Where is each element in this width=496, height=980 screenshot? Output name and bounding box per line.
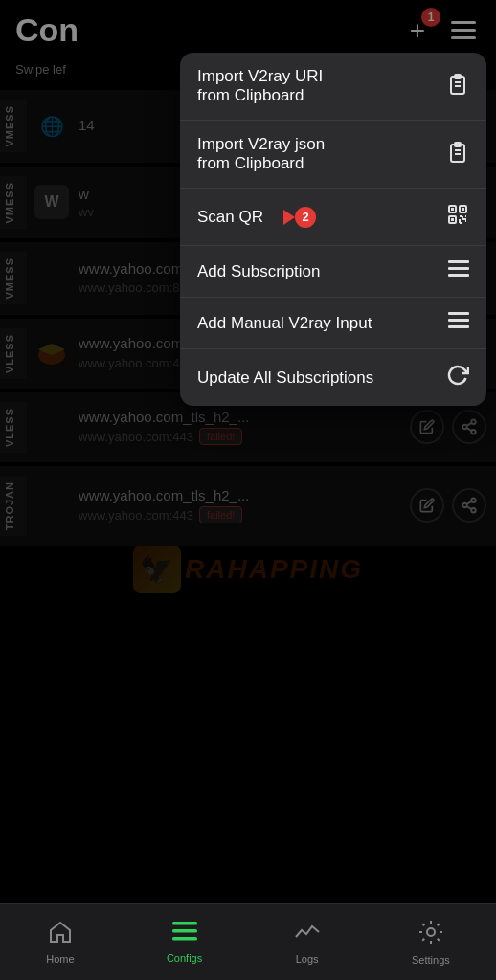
add-subscription-label: Add Subscription bbox=[197, 262, 321, 281]
svg-rect-59 bbox=[448, 274, 469, 277]
qr-icon bbox=[446, 203, 469, 231]
nav-logs[interactable]: Logs bbox=[280, 913, 335, 972]
import-v2ray-json-label: Import V2ray jsonfrom Clipboard bbox=[197, 135, 325, 173]
nav-home[interactable]: Home bbox=[31, 913, 89, 972]
bottom-nav: Home Configs Logs Settings bbox=[0, 903, 496, 980]
update-all-item[interactable]: Update All Subscriptions bbox=[180, 349, 486, 406]
svg-rect-61 bbox=[448, 319, 469, 322]
svg-marker-43 bbox=[283, 210, 295, 225]
svg-rect-49 bbox=[451, 218, 454, 221]
badge-2: 2 bbox=[295, 207, 316, 228]
svg-rect-60 bbox=[448, 312, 469, 315]
configs-icon bbox=[172, 922, 197, 948]
nav-logs-label: Logs bbox=[296, 953, 319, 965]
nav-configs-label: Configs bbox=[167, 952, 202, 964]
svg-point-66 bbox=[427, 928, 435, 936]
list-icon bbox=[448, 260, 469, 282]
svg-rect-64 bbox=[172, 929, 197, 933]
svg-rect-57 bbox=[448, 260, 469, 263]
svg-rect-48 bbox=[462, 208, 464, 211]
nav-settings[interactable]: Settings bbox=[396, 912, 465, 973]
scan-qr-item[interactable]: Scan QR 2 bbox=[180, 189, 486, 246]
list2-icon bbox=[448, 312, 469, 334]
svg-rect-63 bbox=[172, 922, 197, 925]
refresh-icon bbox=[446, 364, 469, 391]
import-v2ray-uri-item[interactable]: Import V2ray URIfrom Clipboard bbox=[180, 53, 486, 121]
settings-icon bbox=[418, 920, 443, 950]
update-all-label: Update All Subscriptions bbox=[197, 368, 373, 388]
svg-rect-58 bbox=[448, 267, 469, 270]
clipboard2-icon bbox=[446, 141, 469, 168]
import-v2ray-uri-label: Import V2ray URIfrom Clipboard bbox=[197, 67, 323, 105]
nav-home-label: Home bbox=[46, 953, 74, 965]
clipboard-icon bbox=[446, 73, 469, 100]
svg-rect-65 bbox=[172, 937, 197, 941]
nav-configs[interactable]: Configs bbox=[151, 914, 217, 971]
arrow-icon bbox=[276, 210, 295, 225]
scan-qr-label: Scan QR bbox=[197, 208, 263, 227]
dropdown-menu: Import V2ray URIfrom Clipboard Import V2… bbox=[180, 53, 486, 406]
import-v2ray-json-item[interactable]: Import V2ray jsonfrom Clipboard bbox=[180, 121, 486, 189]
add-subscription-item[interactable]: Add Subscription bbox=[180, 246, 486, 298]
logs-icon bbox=[295, 921, 320, 949]
add-manual-item[interactable]: Add Manual V2ray Input bbox=[180, 298, 486, 349]
home-icon bbox=[48, 921, 73, 949]
svg-rect-62 bbox=[448, 325, 469, 328]
add-manual-label: Add Manual V2ray Input bbox=[197, 314, 372, 333]
svg-rect-47 bbox=[451, 208, 454, 211]
scan-qr-badge-container: 2 bbox=[276, 207, 316, 228]
nav-settings-label: Settings bbox=[412, 954, 450, 966]
